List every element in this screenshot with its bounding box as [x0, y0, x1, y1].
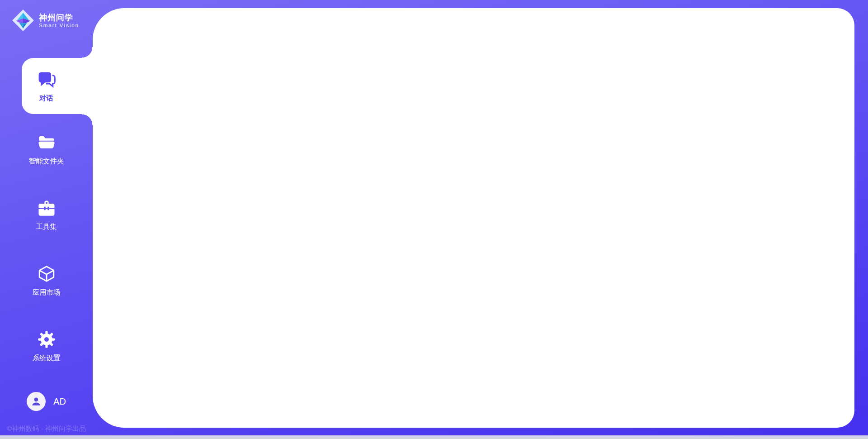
sidebar-item-label: 系统设置 — [33, 353, 61, 363]
chat-icon — [37, 69, 57, 89]
diamond-logo-icon — [12, 9, 34, 32]
user-initials: AD — [53, 396, 66, 407]
brand-logo: 神州问学 Smart Vision — [12, 9, 79, 32]
bottom-edge — [0, 435, 868, 439]
sidebar-item-smart-folder[interactable]: 智能文件夹 — [0, 121, 93, 177]
folder-icon — [37, 133, 56, 152]
cube-icon — [37, 264, 56, 283]
gear-icon — [37, 330, 56, 349]
sidebar-item-app-market[interactable]: 应用市场 — [0, 253, 93, 309]
sidebar-item-label: 对话 — [39, 94, 53, 103]
brand-subtitle: Smart Vision — [39, 23, 79, 28]
person-icon — [30, 396, 42, 407]
sidebar-item-label: 工具集 — [36, 222, 57, 232]
sidebar: 神州问学 Smart Vision 对话 智能文件夹 工具集 应用市场 系统设置… — [0, 0, 93, 439]
sidebar-item-label: 智能文件夹 — [29, 157, 64, 166]
toolbox-icon — [37, 199, 56, 218]
sidebar-item-settings[interactable]: 系统设置 — [0, 318, 93, 374]
sidebar-item-label: 应用市场 — [33, 288, 61, 297]
main-panel — [93, 8, 854, 428]
user-account[interactable]: AD — [0, 392, 93, 411]
sidebar-item-toolset[interactable]: 工具集 — [0, 187, 93, 243]
sidebar-footer: ©神州数码 · 神州问学出品 — [0, 425, 93, 433]
avatar — [27, 392, 46, 411]
sidebar-item-chat[interactable]: 对话 — [0, 58, 93, 114]
brand-name: 神州问学 — [39, 13, 79, 23]
